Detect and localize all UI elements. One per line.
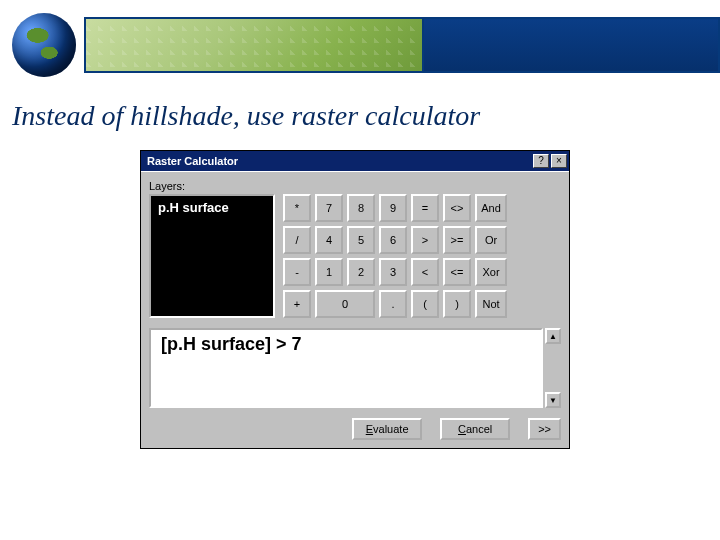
btn-divide[interactable]: /	[283, 226, 311, 254]
cancel-button[interactable]: Cancel	[440, 418, 510, 440]
scroll-up-icon[interactable]: ▲	[545, 328, 561, 344]
layer-item[interactable]: p.H surface	[154, 199, 270, 216]
keypad: * 7 8 9 = <> And / 4 5 6 > >= Or - 1 2 3	[283, 194, 507, 318]
evaluate-button[interactable]: Evaluate	[352, 418, 422, 440]
help-icon[interactable]: ?	[533, 154, 549, 168]
expression-row: [p.H surface] > 7 ▲ ▼	[149, 328, 561, 408]
slide-title: Instead of hillshade, use raster calcula…	[0, 90, 720, 150]
btn-5[interactable]: 5	[347, 226, 375, 254]
btn-dot[interactable]: .	[379, 290, 407, 318]
globe-icon	[12, 13, 76, 77]
scroll-down-icon[interactable]: ▼	[545, 392, 561, 408]
expression-input[interactable]: [p.H surface] > 7	[149, 328, 543, 408]
btn-lt[interactable]: <	[411, 258, 439, 286]
top-area: p.H surface * 7 8 9 = <> And / 4 5 6 > >…	[149, 194, 561, 318]
btn-multiply[interactable]: *	[283, 194, 311, 222]
btn-0[interactable]: 0	[315, 290, 375, 318]
btn-gt[interactable]: >	[411, 226, 439, 254]
btn-or[interactable]: Or	[475, 226, 507, 254]
slide-banner	[0, 0, 720, 90]
titlebar[interactable]: Raster Calculator ? ×	[141, 151, 569, 171]
btn-2[interactable]: 2	[347, 258, 375, 286]
layer-item-label: p.H surface	[158, 200, 229, 215]
btn-not[interactable]: Not	[475, 290, 507, 318]
layers-list[interactable]: p.H surface	[149, 194, 275, 318]
btn-neq[interactable]: <>	[443, 194, 471, 222]
btn-4[interactable]: 4	[315, 226, 343, 254]
btn-rparen[interactable]: )	[443, 290, 471, 318]
cancel-rest: ancel	[466, 423, 492, 435]
btn-9[interactable]: 9	[379, 194, 407, 222]
close-icon[interactable]: ×	[551, 154, 567, 168]
dialog-body: Layers: p.H surface * 7 8 9 = <> And / 4…	[141, 171, 569, 448]
titlebar-text: Raster Calculator	[147, 155, 531, 167]
dialog-footer: Evaluate Cancel >>	[149, 418, 561, 440]
expression-scrollbar[interactable]: ▲ ▼	[545, 328, 561, 408]
btn-equals[interactable]: =	[411, 194, 439, 222]
btn-minus[interactable]: -	[283, 258, 311, 286]
raster-calculator-dialog: Raster Calculator ? × Layers: p.H surfac…	[140, 150, 570, 449]
btn-8[interactable]: 8	[347, 194, 375, 222]
btn-lparen[interactable]: (	[411, 290, 439, 318]
btn-xor[interactable]: Xor	[475, 258, 507, 286]
evaluate-rest: valuate	[373, 423, 408, 435]
btn-1[interactable]: 1	[315, 258, 343, 286]
expand-button[interactable]: >>	[528, 418, 561, 440]
blue-bar-graphic	[424, 17, 720, 73]
btn-gte[interactable]: >=	[443, 226, 471, 254]
map-strip-graphic	[84, 17, 424, 73]
layers-label: Layers:	[149, 180, 561, 192]
btn-plus[interactable]: +	[283, 290, 311, 318]
btn-lte[interactable]: <=	[443, 258, 471, 286]
btn-6[interactable]: 6	[379, 226, 407, 254]
btn-7[interactable]: 7	[315, 194, 343, 222]
btn-and[interactable]: And	[475, 194, 507, 222]
btn-3[interactable]: 3	[379, 258, 407, 286]
